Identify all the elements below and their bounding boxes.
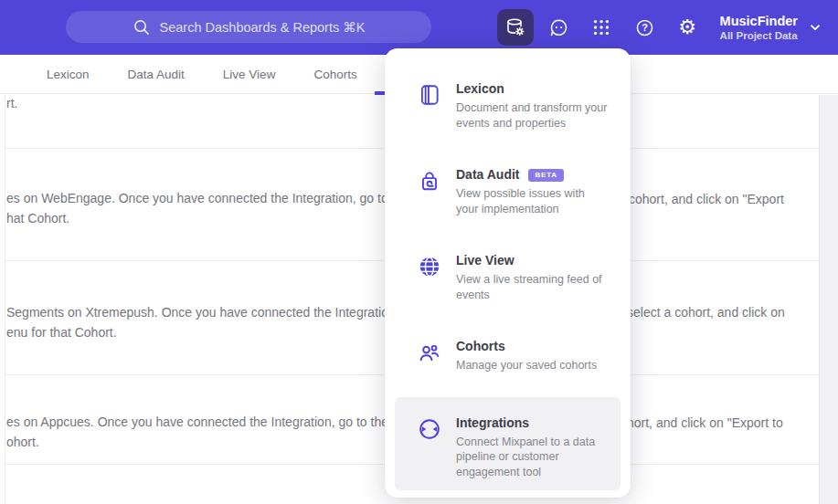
menu-item-title: Live View	[456, 253, 610, 268]
gear-icon: ⚙	[678, 17, 696, 37]
background-text: es on WebEngage. Once you have connected…	[6, 191, 409, 205]
feedback-button[interactable]	[537, 0, 580, 55]
project-switcher[interactable]: MusicFinder All Project Data	[720, 13, 798, 42]
chevron-down-icon	[808, 20, 822, 35]
menu-item-desc: Document and transform your events and p…	[456, 100, 608, 131]
background-text: enu for that Cohort.	[6, 325, 117, 340]
database-gear-icon	[504, 16, 526, 38]
background-text: select a cohort, and click on	[627, 305, 785, 320]
background-text: ohort.	[6, 435, 39, 449]
apps-grid-icon	[591, 17, 611, 37]
background-text: cohort, and click on "Export	[629, 192, 784, 206]
menu-item-data-audit[interactable]: Data Audit BETA View possible issues wit…	[395, 154, 621, 229]
menu-item-integrations[interactable]: Integrations Connect Mixpanel to a data …	[395, 397, 621, 491]
tab-data-audit[interactable]: Data Audit	[128, 68, 185, 81]
background-text: es on Appcues. Once you have connected t…	[6, 415, 403, 429]
background-text: Segments on Xtremepush. Once you have co…	[6, 305, 399, 320]
background-text: hat Cohort.	[6, 211, 69, 226]
content-left-border	[5, 95, 5, 504]
tab-live-view[interactable]: Live View	[223, 68, 276, 81]
menu-item-title: Lexicon	[456, 81, 608, 97]
menu-item-cohorts[interactable]: Cohorts Manage your saved cohorts	[395, 326, 621, 386]
apps-grid-button[interactable]	[580, 0, 623, 55]
settings-button[interactable]: ⚙	[666, 0, 709, 55]
tab-lexicon[interactable]: Lexicon	[47, 68, 90, 81]
book-icon	[418, 83, 441, 107]
help-button[interactable]: ?	[623, 0, 666, 55]
app-header: Search Dashboards & Reports ⌘K	[0, 0, 838, 55]
globe-icon	[418, 255, 441, 278]
project-switcher-chevron[interactable]	[801, 0, 829, 55]
help-icon: ?	[634, 17, 655, 38]
menu-item-desc: Manage your saved cohorts	[456, 358, 597, 373]
menu-item-desc: View possible issues with your implement…	[456, 186, 610, 216]
data-management-button[interactable]	[497, 9, 534, 46]
menu-item-desc: Connect Mixpanel to a data pipeline or c…	[456, 435, 608, 480]
sync-arrows-icon	[418, 417, 441, 441]
people-icon	[418, 341, 441, 364]
project-scope: All Project Data	[720, 29, 798, 42]
menu-item-lexicon[interactable]: Lexicon Document and transform your even…	[395, 68, 621, 143]
page-gutter	[819, 95, 838, 504]
menu-item-title: Integrations	[456, 415, 608, 431]
project-name: MusicFinder	[720, 13, 798, 29]
menu-item-live-view[interactable]: Live View View a live streaming feed of …	[395, 240, 621, 315]
beta-badge: BETA	[528, 169, 563, 182]
background-text: rt.	[6, 96, 17, 110]
global-search[interactable]: Search Dashboards & Reports ⌘K	[66, 11, 431, 43]
tab-cohorts[interactable]: Cohorts	[313, 68, 356, 81]
audit-lock-icon	[418, 169, 441, 193]
search-icon	[133, 18, 150, 36]
menu-item-title: Data Audit BETA	[456, 167, 610, 183]
background-text: hort, and click on "Export to	[627, 415, 783, 430]
feedback-smiley-icon	[548, 17, 569, 38]
menu-item-title: Cohorts	[456, 339, 597, 354]
search-placeholder: Search Dashboards & Reports ⌘K	[160, 20, 366, 35]
menu-item-desc: View a live streaming feed of events	[456, 272, 610, 302]
svg-text:?: ?	[642, 22, 648, 33]
tools-menu: Lexicon Document and transform your even…	[385, 48, 631, 498]
